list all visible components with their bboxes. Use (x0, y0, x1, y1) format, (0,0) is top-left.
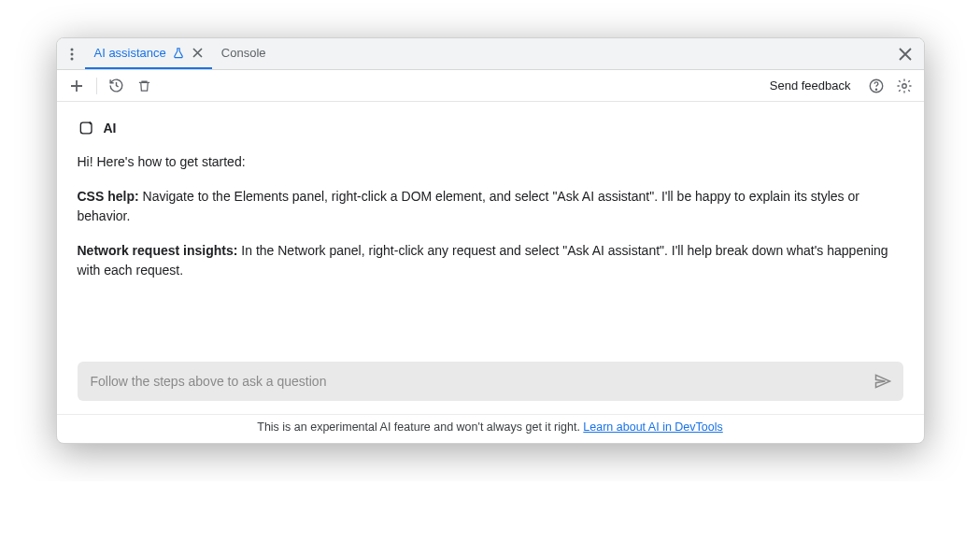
toolbar: Send feedback (57, 70, 924, 102)
tab-ai-assistance[interactable]: AI assistance (85, 38, 212, 69)
tabs: AI assistance Console (85, 38, 276, 69)
input-row (57, 354, 924, 414)
send-button[interactable] (873, 372, 892, 391)
settings-button[interactable] (892, 74, 916, 98)
sparkle-icon (78, 119, 96, 137)
tab-console[interactable]: Console (212, 38, 276, 69)
section-css-help: CSS help: Navigate to the Elements panel… (78, 187, 903, 226)
svg-point-4 (875, 89, 876, 90)
send-feedback-link[interactable]: Send feedback (770, 78, 851, 93)
history-button[interactable] (105, 74, 129, 98)
tab-bar: AI assistance Console (57, 38, 924, 70)
new-chat-button[interactable] (64, 74, 89, 98)
tab-close-icon[interactable] (192, 48, 203, 58)
prompt-input[interactable] (89, 373, 873, 390)
svg-point-2 (70, 57, 73, 60)
separator (96, 78, 97, 94)
chat-content: AI Hi! Here's how to get started: CSS he… (57, 102, 924, 354)
intro-text: Hi! Here's how to get started: (78, 152, 903, 172)
flask-icon (172, 47, 185, 60)
help-button[interactable] (864, 74, 888, 98)
prompt-input-container (78, 362, 903, 401)
footer-link[interactable]: Learn about AI in DevTools (583, 421, 722, 434)
section-text: Navigate to the Elements panel, right-cl… (78, 189, 859, 223)
svg-point-5 (902, 83, 906, 88)
svg-point-0 (70, 48, 73, 50)
close-panel-button[interactable] (892, 41, 918, 67)
section-label: CSS help: (78, 189, 139, 204)
section-network-insights: Network request insights: In the Network… (78, 241, 903, 280)
footer: This is an experimental AI feature and w… (57, 414, 924, 443)
delete-button[interactable] (133, 74, 157, 98)
section-label: Network request insights: (78, 243, 238, 258)
tab-label: Console (221, 46, 266, 60)
svg-point-1 (70, 52, 73, 55)
devtools-panel: AI assistance Console (56, 37, 925, 444)
more-tabs-button[interactable] (63, 41, 81, 67)
footer-text: This is an experimental AI feature and w… (257, 421, 583, 434)
ai-header-label: AI (104, 121, 117, 135)
tab-label: AI assistance (94, 46, 166, 60)
ai-header: AI (78, 119, 903, 137)
